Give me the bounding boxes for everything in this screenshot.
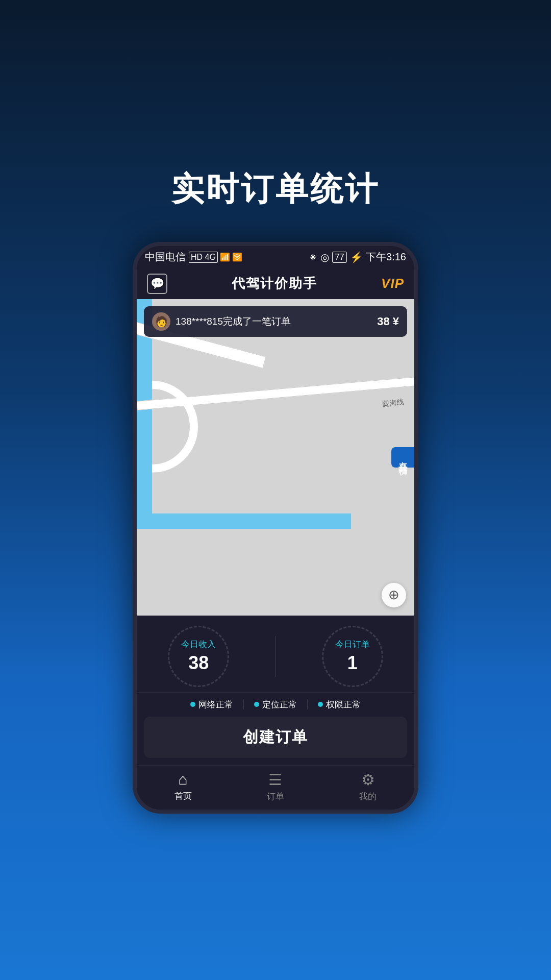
create-order-section[interactable]: 创建订单	[144, 717, 407, 758]
road-blue-horizontal	[137, 513, 351, 529]
status-bar: 中国电信 HD 4G 📶 🛜 ⁕ ◎ 77 ⚡ 下午3:16	[137, 246, 414, 268]
notif-price: 38 ¥	[377, 315, 399, 328]
nav-orders[interactable]: ☰ 订单	[229, 771, 321, 802]
order-notification: 🧑 138****815完成了一笔订单 38 ¥	[144, 306, 407, 337]
create-order-button[interactable]: 创建订单	[243, 727, 308, 748]
permission-status: 权限正常	[308, 699, 371, 710]
notif-text: 138****815完成了一笔订单	[176, 315, 291, 328]
chat-icon: 💬	[151, 277, 164, 290]
location-center-icon: ⊕	[388, 587, 399, 603]
revenue-gauge: 今日收入 38	[168, 626, 229, 687]
page-title: 实时订单统计	[171, 167, 380, 211]
network-dot	[190, 702, 195, 707]
home-icon: ⌂	[179, 771, 188, 788]
network-label: 网络正常	[198, 699, 233, 710]
wifi-icon: 🛜	[232, 252, 242, 262]
estimate-button[interactable]: 点击开始估价	[391, 447, 414, 468]
permission-dot	[318, 702, 323, 707]
time-text: 下午3:16	[366, 250, 406, 264]
menu-button[interactable]: 💬	[147, 274, 167, 294]
network-status: 网络正常	[180, 699, 243, 710]
location-label: 定位正常	[262, 699, 297, 710]
battery-icon: 77	[332, 252, 347, 263]
map-background: 陇海线	[137, 299, 414, 616]
road-label: 陇海线	[382, 398, 404, 409]
nav-home[interactable]: ⌂ 首页	[137, 771, 229, 802]
orders-icon: ☰	[268, 771, 282, 789]
profile-icon: ⚙	[361, 771, 375, 789]
status-right: ⁕ ◎ 77 ⚡ 下午3:16	[309, 250, 406, 264]
permission-label: 权限正常	[326, 699, 361, 710]
status-indicators: 网络正常 定位正常 权限正常	[137, 693, 414, 717]
map-area[interactable]: 陇海线 🧑 138****815完成了一笔订单 38 ¥ 点击开始估价 ⊕	[137, 299, 414, 616]
carrier-text: 中国电信	[145, 250, 186, 264]
user-avatar: 🧑	[152, 312, 170, 331]
nav-profile[interactable]: ⚙ 我的	[322, 771, 414, 802]
bottom-nav: ⌂ 首页 ☰ 订单 ⚙ 我的	[137, 765, 414, 810]
bottom-panel: 今日收入 38 今日订单 1 网络正常 定位正常	[137, 616, 414, 810]
charge-icon: ⚡	[350, 251, 363, 263]
location-icon: ◎	[320, 251, 329, 263]
revenue-label: 今日收入	[181, 639, 216, 650]
orders-gauge: 今日订单 1	[322, 626, 383, 687]
vip-badge[interactable]: VIP	[381, 276, 404, 291]
app-header: 💬 代驾计价助手 VIP	[137, 268, 414, 299]
nav-home-label: 首页	[174, 790, 192, 802]
nav-orders-label: 订单	[267, 791, 284, 802]
phone-frame: 中国电信 HD 4G 📶 🛜 ⁕ ◎ 77 ⚡ 下午3:16 💬 代驾计价助手 …	[133, 242, 418, 814]
stats-divider	[275, 636, 276, 677]
bluetooth-icon: ⁕	[309, 251, 317, 263]
notif-left: 🧑 138****815完成了一笔订单	[152, 312, 291, 331]
app-title: 代驾计价助手	[232, 275, 317, 292]
location-button[interactable]: ⊕	[382, 583, 406, 607]
revenue-ring: 今日收入 38	[168, 626, 229, 687]
orders-label: 今日订单	[335, 639, 370, 650]
location-dot	[254, 702, 259, 707]
status-left: 中国电信 HD 4G 📶 🛜	[145, 250, 242, 264]
signal-icon: 📶	[220, 252, 230, 262]
revenue-value: 38	[188, 652, 209, 674]
stats-row: 今日收入 38 今日订单 1	[137, 616, 414, 693]
network-text: HD 4G	[189, 252, 218, 263]
orders-value: 1	[347, 652, 358, 674]
orders-ring: 今日订单 1	[322, 626, 383, 687]
nav-profile-label: 我的	[359, 791, 377, 802]
location-status: 定位正常	[244, 699, 307, 710]
